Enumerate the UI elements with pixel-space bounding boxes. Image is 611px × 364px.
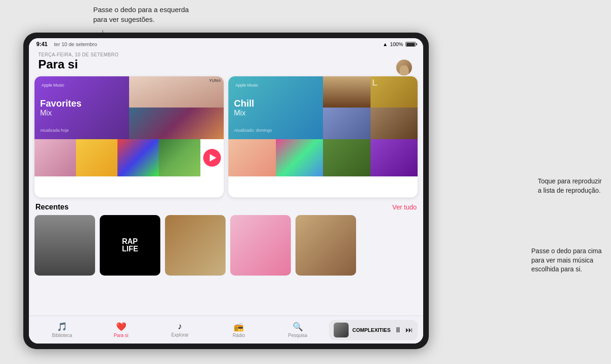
fav-mix-updated: Atualizada hoje [40, 128, 124, 133]
chill-album-4 [371, 108, 418, 139]
recent-album-4[interactable] [230, 215, 291, 276]
chill-bottom-2 [276, 139, 323, 176]
fav-album-art-1: YUNA [129, 76, 224, 108]
recentes-header: Recentes Ver tudo [34, 203, 418, 211]
album-blob [276, 139, 323, 176]
album-band [165, 215, 226, 276]
album-silhouette [34, 215, 95, 276]
album-yuna: YUNA [129, 76, 224, 108]
tab-pesquisa[interactable]: 🔍 Pesquisa [284, 322, 312, 338]
now-playing-bar[interactable]: COMPLEXITIES ⏸ ⏭ [329, 320, 418, 340]
radio-icon: 📻 [233, 322, 244, 332]
now-playing-art [334, 323, 349, 337]
annotation-right-bottom: Passe o dedo para cimapara ver mais músi… [531, 247, 602, 274]
pesquisa-icon: 🔍 [293, 322, 303, 332]
now-playing-title: COMPLEXITIES [352, 327, 391, 333]
favorites-mix-main: Apple Music Favorites Mix Atualizada hoj… [34, 76, 129, 139]
skip-forward-button[interactable]: ⏭ [405, 326, 413, 334]
tab-biblioteca-label: Biblioteca [52, 333, 72, 338]
battery-icon [405, 42, 416, 47]
album-portrait2 [371, 108, 418, 139]
fav-mix-title: Favorites [40, 98, 124, 109]
chill-mix-subtitle: Mix [234, 109, 317, 117]
avatar[interactable] [396, 60, 412, 75]
chill-album-3 [323, 108, 371, 139]
fav-mix-bottom-row [34, 139, 224, 176]
tab-radio-label: Rádio [233, 333, 245, 338]
now-playing-info: COMPLEXITIES [352, 327, 391, 333]
album-gold: L [371, 76, 418, 108]
chill-mix-card[interactable]: Apple Music Chill Mix Atualizado: doming… [228, 76, 418, 197]
playlists-row: Apple Music Favorites Mix Atualizada hoj… [34, 76, 418, 197]
ipad-frame: 9:41 ter 10 de setembro ▲ 100% TERÇA-FEI… [23, 33, 429, 349]
annotation-right-top: Toque para reproduzira lista de reproduç… [538, 177, 602, 195]
fav-album-top-right: YUNA [129, 76, 224, 139]
annotation-top: Passe o dedo para a esquerdapara ver sug… [93, 5, 189, 24]
bottom-album-2 [76, 139, 117, 176]
tab-biblioteca[interactable]: 🎵 Biblioteca [48, 322, 76, 338]
chill-mix-updated: Atualizado: domingo [234, 128, 317, 133]
pause-button[interactable]: ⏸ [394, 326, 402, 334]
annotation-top-text: Passe o dedo para a esquerdapara ver sug… [93, 6, 189, 23]
album-tigerlily [295, 215, 356, 276]
album-green [159, 139, 200, 176]
bottom-album-3 [117, 139, 159, 176]
page-subtitle: TERÇA-FEIRA, 10 DE SETEMBRO [38, 52, 414, 57]
play-button-cell [200, 139, 224, 176]
status-date: ter 10 de setembro [54, 41, 97, 47]
ver-tudo-button[interactable]: Ver tudo [392, 203, 417, 211]
biblioteca-icon: 🎵 [57, 322, 67, 332]
chill-mix-main: Apple Music Chill Mix Atualizado: doming… [228, 76, 323, 139]
chill-album-1 [323, 76, 371, 108]
apple-music-label-fav: Apple Music [40, 83, 124, 88]
annotation-right-bottom-text: Passe o dedo para cimapara ver mais músi… [531, 247, 602, 273]
ipad-screen: 9:41 ter 10 de setembro ▲ 100% TERÇA-FEI… [29, 38, 423, 344]
recent-album-3[interactable] [165, 215, 226, 276]
album-triangle [323, 108, 371, 139]
page-title: Para si [38, 57, 414, 72]
annotation-right-top-text: Toque para reproduzira lista de reproduç… [538, 177, 602, 194]
status-bar: 9:41 ter 10 de setembro ▲ 100% [29, 38, 423, 50]
album-purple [371, 139, 418, 176]
apple-music-label-chill: Apple Music [234, 83, 317, 88]
chill-bottom-1 [228, 139, 276, 176]
tab-radio[interactable]: 📻 Rádio [225, 322, 253, 338]
chill-bottom-4 [371, 139, 418, 176]
recentes-albums: RAPLIFE [34, 215, 418, 276]
now-playing-thumb [334, 323, 349, 337]
recentes-section: Recentes Ver tudo RAPLIFE [34, 203, 418, 276]
bottom-album-4 [159, 139, 200, 176]
chill-bottom-3 [323, 139, 371, 176]
status-right: ▲ 100% [383, 41, 416, 47]
wifi-icon: ▲ [383, 41, 388, 47]
battery-percent: 100% [390, 41, 403, 47]
album-colorful [117, 139, 159, 176]
tab-explorar-label: Explorar [171, 332, 188, 337]
recent-album-5[interactable] [295, 215, 356, 276]
favorites-mix-card[interactable]: Apple Music Favorites Mix Atualizada hoj… [34, 76, 224, 197]
chill-top-right: L [323, 76, 418, 139]
tab-para-si[interactable]: ❤️ Para si [107, 322, 135, 338]
chill-album-2: L [371, 76, 418, 108]
battery-fill [406, 43, 415, 46]
rap-life-label: RAPLIFE [122, 238, 138, 253]
recent-album-1[interactable] [34, 215, 95, 276]
fav-album-art-2 [129, 108, 224, 139]
explorar-icon: ♪ [178, 322, 182, 331]
tab-para-si-label: Para si [114, 333, 128, 338]
para-si-icon: ❤️ [116, 322, 126, 332]
chill-mix-bottom-row [228, 139, 418, 176]
tab-explorar[interactable]: ♪ Explorar [166, 322, 194, 338]
album-lover [230, 215, 291, 276]
recent-album-2[interactable]: RAPLIFE [100, 215, 160, 276]
album-rap-life: RAPLIFE [100, 215, 160, 276]
page-header: TERÇA-FEIRA, 10 DE SETEMBRO Para si [29, 50, 423, 74]
album-pink [34, 139, 76, 176]
album-multicolor [129, 108, 224, 139]
main-content: Apple Music Favorites Mix Atualizada hoj… [29, 74, 423, 316]
now-playing-controls: ⏸ ⏭ [394, 326, 413, 334]
tab-pesquisa-label: Pesquisa [288, 333, 307, 338]
play-button[interactable] [203, 149, 221, 167]
tab-items: 🎵 Biblioteca ❤️ Para si ♪ Explorar 📻 Rád… [33, 322, 327, 338]
fav-mix-subtitle: Mix [40, 109, 124, 117]
